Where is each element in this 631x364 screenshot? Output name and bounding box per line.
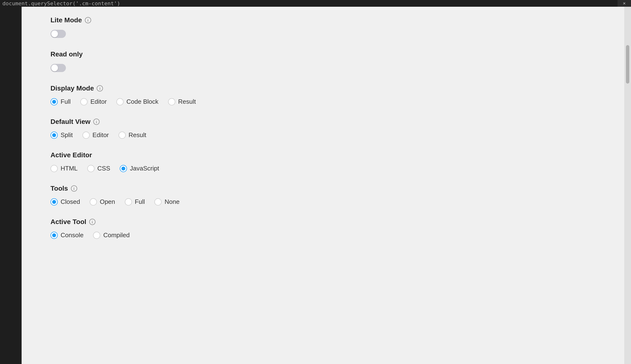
active-tool-info-icon[interactable]: i — [89, 219, 95, 225]
default-view-result-label: Result — [129, 131, 146, 139]
active-editor-title: Active Editor — [51, 151, 595, 159]
display-mode-full-label: Full — [61, 98, 71, 106]
lite-mode-toggle-knob — [51, 30, 58, 37]
default-view-result-radio[interactable] — [119, 132, 126, 139]
display-mode-info-icon[interactable]: i — [97, 85, 103, 92]
default-view-info-icon[interactable]: i — [93, 118, 100, 125]
read-only-toggle-container — [51, 64, 595, 72]
display-mode-title: Display Mode i — [51, 84, 595, 92]
lite-mode-toggle-container — [51, 30, 595, 38]
default-view-result[interactable]: Result — [119, 131, 146, 139]
tools-closed-radio[interactable] — [51, 198, 58, 206]
default-view-title: Default View i — [51, 118, 595, 126]
active-editor-javascript-label: JavaScript — [130, 165, 159, 172]
display-mode-result-radio[interactable] — [168, 98, 175, 106]
scrollbar[interactable] — [624, 7, 631, 364]
active-editor-html-label: HTML — [61, 165, 78, 172]
tools-title: Tools i — [51, 185, 595, 192]
tools-info-icon[interactable]: i — [71, 185, 77, 192]
tools-closed[interactable]: Closed — [51, 198, 80, 206]
tools-open[interactable]: Open — [90, 198, 115, 206]
active-editor-radio-group: HTML CSS JavaScript — [51, 165, 595, 172]
default-view-editor[interactable]: Editor — [83, 131, 109, 139]
display-mode-codeblock-radio[interactable] — [116, 98, 124, 106]
active-tool-section: Active Tool i Console Compiled — [51, 218, 595, 239]
active-tool-compiled-radio[interactable] — [93, 232, 100, 239]
default-view-editor-radio[interactable] — [83, 132, 90, 139]
display-mode-editor-radio[interactable] — [80, 98, 88, 106]
tools-open-label: Open — [100, 198, 115, 206]
lite-mode-info-icon[interactable]: i — [85, 17, 91, 23]
active-tool-console-label: Console — [61, 232, 83, 239]
scrollbar-thumb[interactable] — [626, 45, 629, 84]
top-bar-text: document.querySelector('.cm-content') — [3, 0, 120, 6]
display-mode-section: Display Mode i Full Editor Code Block — [51, 84, 595, 106]
display-mode-full[interactable]: Full — [51, 98, 71, 106]
display-mode-editor[interactable]: Editor — [80, 98, 107, 106]
default-view-split[interactable]: Split — [51, 131, 73, 139]
main-container: Lite Mode i Read only Display — [0, 7, 631, 364]
tools-section: Tools i Closed Open Full None — [51, 185, 595, 206]
active-editor-css-label: CSS — [97, 165, 110, 172]
tools-none-label: None — [164, 198, 179, 206]
active-editor-javascript-radio[interactable] — [120, 165, 127, 172]
tools-full-label: Full — [135, 198, 145, 206]
read-only-title: Read only — [51, 50, 595, 58]
default-view-radio-group: Split Editor Result — [51, 131, 595, 139]
active-tool-title: Active Tool i — [51, 218, 595, 226]
display-mode-editor-label: Editor — [90, 98, 107, 106]
close-button[interactable]: × — [617, 0, 631, 7]
tools-none[interactable]: None — [154, 198, 179, 206]
display-mode-codeblock[interactable]: Code Block — [116, 98, 158, 106]
active-editor-css-radio[interactable] — [87, 165, 95, 172]
tools-radio-group: Closed Open Full None — [51, 198, 595, 206]
left-sidebar — [0, 7, 22, 364]
read-only-toggle[interactable] — [51, 64, 66, 72]
default-view-split-radio[interactable] — [51, 132, 58, 139]
active-editor-section: Active Editor HTML CSS JavaScript — [51, 151, 595, 172]
active-tool-console-radio[interactable] — [51, 232, 58, 239]
active-tool-compiled-label: Compiled — [103, 232, 130, 239]
tools-full[interactable]: Full — [125, 198, 145, 206]
active-editor-html-radio[interactable] — [51, 165, 58, 172]
active-tool-console[interactable]: Console — [51, 232, 83, 239]
tools-none-radio[interactable] — [154, 198, 162, 206]
active-tool-compiled[interactable]: Compiled — [93, 232, 130, 239]
tools-closed-label: Closed — [61, 198, 80, 206]
tools-full-radio[interactable] — [125, 198, 132, 206]
display-mode-codeblock-label: Code Block — [126, 98, 158, 106]
display-mode-radio-group: Full Editor Code Block Result — [51, 98, 595, 106]
read-only-section: Read only — [51, 50, 595, 72]
lite-mode-title: Lite Mode i — [51, 16, 595, 24]
default-view-section: Default View i Split Editor Result — [51, 118, 595, 139]
display-mode-result[interactable]: Result — [168, 98, 196, 106]
active-editor-css[interactable]: CSS — [87, 165, 110, 172]
display-mode-result-label: Result — [178, 98, 196, 106]
active-editor-javascript[interactable]: JavaScript — [120, 165, 159, 172]
display-mode-full-radio[interactable] — [51, 98, 58, 106]
default-view-split-label: Split — [61, 131, 73, 139]
tools-open-radio[interactable] — [90, 198, 97, 206]
lite-mode-toggle[interactable] — [51, 30, 66, 38]
top-bar: document.querySelector('.cm-content') × — [0, 0, 631, 7]
active-tool-radio-group: Console Compiled — [51, 232, 595, 239]
settings-panel: Lite Mode i Read only Display — [22, 7, 624, 364]
lite-mode-section: Lite Mode i — [51, 16, 595, 38]
active-editor-html[interactable]: HTML — [51, 165, 78, 172]
read-only-toggle-knob — [51, 64, 58, 71]
default-view-editor-label: Editor — [93, 131, 109, 139]
